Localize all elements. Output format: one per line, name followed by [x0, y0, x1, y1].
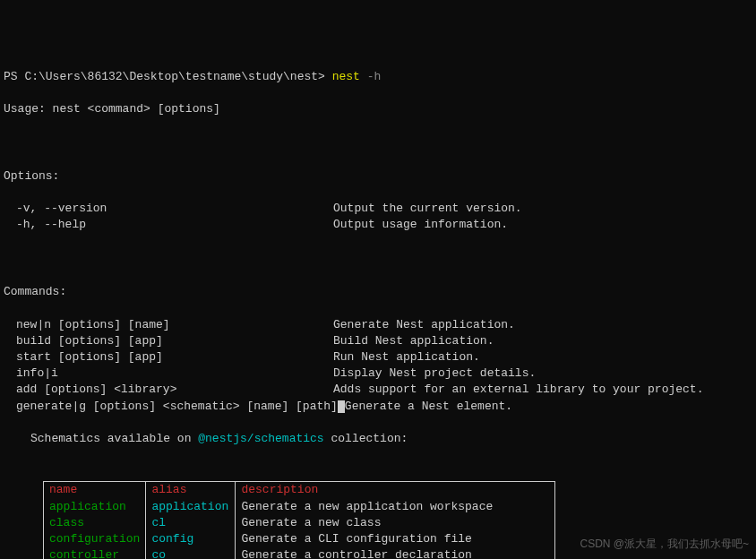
table-row: applicationapplicationGenerate a new app… [44, 499, 555, 515]
command-name: nest [332, 69, 360, 85]
command-desc-col: Build Nest application. [333, 333, 494, 349]
command-desc-col: Display Nest project details. [333, 366, 536, 382]
usage-line: Usage: nest <command> [options] [4, 101, 752, 117]
schematic-alias: co [146, 547, 236, 559]
schematic-name: configuration [44, 531, 146, 547]
options-list: -v, --versionOutput the current version.… [4, 201, 752, 233]
table-header-row: name alias description [44, 482, 555, 499]
prompt-caret: > [318, 69, 332, 85]
command-row: start [options] [app]Run Nest applicatio… [4, 349, 752, 366]
command-row: new|n [options] [name]Generate Nest appl… [4, 317, 752, 333]
command-desc-col: Run Nest application. [333, 349, 480, 366]
schematic-desc: Generate a CLI configuration file [236, 531, 554, 547]
schematic-alias: cl [146, 515, 236, 531]
schematic-name: controller [44, 547, 146, 559]
col-header-name: name [44, 482, 146, 499]
command-name-col: generate|g [options] <schematic> [name] … [4, 399, 345, 415]
table-row: controllercoGenerate a controller declar… [44, 547, 555, 559]
prompt-path: C:\Users\86132\Desktop\testname\study\ne… [24, 69, 318, 85]
col-header-description: description [236, 482, 554, 499]
option-desc: Output usage information. [333, 217, 508, 233]
watermark: CSDN @派大星，我们去抓水母吧~ [580, 537, 749, 552]
schematic-desc: Generate a new class [236, 515, 554, 531]
command-row: build [options] [app]Build Nest applicat… [4, 333, 752, 349]
commands-list: new|n [options] [name]Generate Nest appl… [4, 317, 752, 415]
command-desc-col: Generate a Nest element. [345, 399, 512, 415]
option-desc: Output the current version. [333, 201, 522, 217]
schematics-table: name alias description applicationapplic… [43, 481, 555, 559]
option-row: -v, --versionOutput the current version. [4, 201, 752, 217]
commands-header: Commands: [4, 284, 752, 300]
schematic-desc: Generate a new application workspace [236, 499, 554, 515]
schematic-intro: Schematics available on @nestjs/schemati… [4, 431, 752, 447]
schematic-name: application [44, 499, 146, 515]
command-name-col: add [options] <library> [4, 382, 333, 398]
schematic-package: @nestjs/schematics [198, 432, 323, 445]
schematic-name: class [44, 515, 146, 531]
prompt-line: PS C:\Users\86132\Desktop\testname\study… [4, 69, 752, 85]
command-row: generate|g [options] <schematic> [name] … [4, 399, 752, 415]
command-name-col: new|n [options] [name] [4, 317, 333, 333]
option-row: -h, --helpOutput usage information. [4, 217, 752, 233]
option-name: -h, --help [4, 217, 333, 233]
command-row: add [options] <library>Adds support for … [4, 382, 752, 398]
cursor-icon [338, 400, 345, 413]
table-row: configurationconfigGenerate a CLI config… [44, 531, 555, 547]
command-name-col: info|i [4, 366, 333, 382]
schematic-alias: application [146, 499, 236, 515]
table-row: classclGenerate a new class [44, 515, 555, 531]
option-name: -v, --version [4, 201, 333, 217]
command-desc-col: Adds support for an external library to … [333, 382, 703, 398]
schematic-alias: config [146, 531, 236, 547]
command-row: info|iDisplay Nest project details. [4, 366, 752, 382]
schematic-desc: Generate a controller declaration [236, 547, 554, 559]
command-desc-col: Generate Nest application. [333, 317, 515, 333]
command-name-col: start [options] [app] [4, 349, 333, 366]
prompt-ps: PS [4, 69, 24, 85]
col-header-alias: alias [146, 482, 236, 499]
command-name-col: build [options] [app] [4, 333, 333, 349]
command-flag: -h [360, 69, 381, 85]
options-header: Options: [4, 168, 752, 185]
